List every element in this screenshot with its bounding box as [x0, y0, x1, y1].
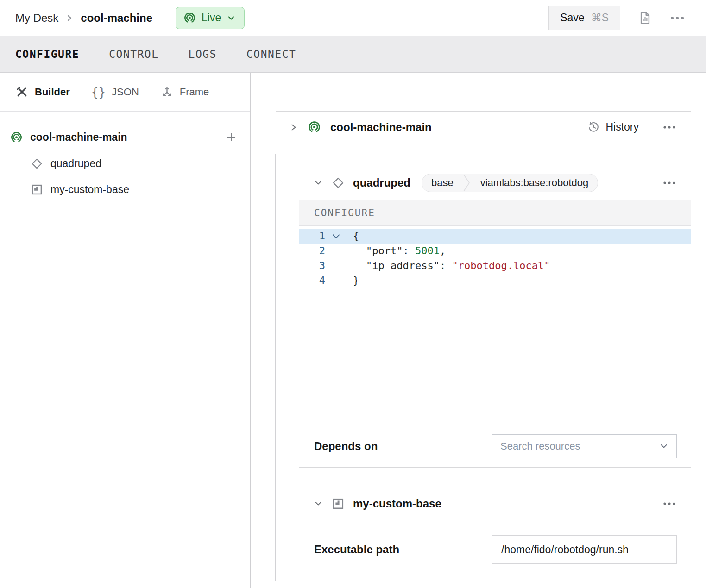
json-braces-icon: {}	[91, 85, 106, 99]
tab-configure[interactable]: CONFIGURE	[15, 48, 79, 60]
main-panel: cool-machine-main History	[251, 73, 706, 588]
module-icon	[31, 183, 43, 196]
live-signal-icon	[183, 12, 196, 24]
save-button-label: Save	[560, 12, 584, 24]
component-card-header: quadruped base viamlabs:base:robotdog	[299, 166, 691, 200]
part-expand-button[interactable]	[289, 121, 298, 133]
chevron-down-icon	[313, 178, 323, 188]
part-menu-button[interactable]	[661, 124, 678, 131]
breadcrumb-current: cool-machine	[81, 12, 152, 25]
executable-path-label: Executable path	[314, 543, 399, 556]
component-collapse-button[interactable]	[313, 178, 323, 188]
depends-on-select[interactable]: Search resources	[492, 434, 677, 458]
machine-part-live-icon	[308, 120, 321, 134]
view-toggle-json[interactable]: {} JSON	[91, 85, 139, 99]
save-button[interactable]: Save ⌘S	[548, 6, 620, 30]
chevron-right-icon	[289, 121, 298, 133]
resource-tree: cool-machine-main quadruped my-custo	[0, 112, 250, 202]
module-card-title: my-custom-base	[353, 497, 441, 510]
history-button-label: History	[605, 121, 639, 133]
component-type-badge: base	[422, 177, 463, 189]
builder-tools-icon	[15, 85, 29, 99]
component-menu-button[interactable]	[661, 179, 678, 187]
component-diamond-icon	[31, 157, 43, 170]
depends-on-placeholder: Search resources	[500, 440, 580, 452]
header-overflow-menu-button[interactable]	[670, 16, 685, 20]
ellipsis-icon	[663, 502, 676, 506]
machine-part-live-icon	[10, 131, 23, 144]
depends-on-row: Depends on Search resources	[299, 425, 691, 468]
live-badge-label: Live	[202, 12, 221, 24]
machine-part-card: cool-machine-main History	[276, 111, 691, 143]
plus-icon	[225, 131, 237, 143]
part-card-title: cool-machine-main	[330, 121, 432, 134]
json-config-editor[interactable]: 1{2"port": 5001,3"ip_address": "robotdog…	[299, 225, 691, 425]
save-shortcut: ⌘S	[591, 12, 609, 24]
history-icon	[587, 121, 600, 133]
component-model-badge: viamlabs:base:robotdog	[471, 177, 598, 189]
code-line-4[interactable]: 4}	[299, 273, 691, 288]
module-card-header: my-custom-base	[299, 484, 691, 523]
ellipsis-icon	[663, 125, 676, 129]
view-toggle-builder[interactable]: Builder	[15, 85, 70, 99]
frame-axes-icon	[160, 85, 174, 99]
tree-item-label: quadruped	[50, 157, 101, 170]
view-toggle: Builder {} JSON Frame	[0, 73, 250, 112]
code-line-2[interactable]: 2"port": 5001,	[299, 244, 691, 258]
metrics-report-button[interactable]	[638, 11, 652, 25]
badge-divider-chevron-icon	[463, 174, 471, 192]
module-collapse-button[interactable]	[313, 499, 323, 509]
breadcrumb: My Desk cool-machine	[15, 12, 152, 25]
executable-path-input[interactable]	[492, 535, 677, 564]
tab-logs[interactable]: LOGS	[189, 48, 217, 60]
chevron-down-icon	[659, 441, 669, 451]
chevron-down-icon	[313, 499, 323, 509]
component-card-quadruped: quadruped base viamlabs:base:robotdog CO…	[299, 166, 691, 468]
tab-connect[interactable]: CONNECT	[246, 48, 296, 60]
module-card-my-custom-base: my-custom-base Executable path	[299, 484, 691, 576]
view-toggle-json-label: JSON	[112, 86, 139, 98]
report-file-icon	[638, 11, 652, 25]
breadcrumb-chevron-icon	[66, 13, 73, 24]
component-diamond-icon	[332, 176, 345, 189]
top-header: My Desk cool-machine Live Save ⌘S	[0, 0, 706, 36]
module-icon	[332, 497, 345, 510]
machine-tabs: CONFIGURE CONTROL LOGS CONNECT	[0, 36, 706, 73]
code-line-1[interactable]: 1{	[299, 229, 691, 244]
view-toggle-frame-label: Frame	[180, 86, 209, 98]
tree-item-my-custom-base[interactable]: my-custom-base	[0, 176, 250, 202]
add-component-button[interactable]	[225, 131, 237, 143]
component-type-model-badge: base viamlabs:base:robotdog	[422, 174, 598, 192]
view-toggle-frame[interactable]: Frame	[160, 85, 209, 99]
tree-item-cool-machine-main[interactable]: cool-machine-main	[0, 124, 250, 150]
module-card-body: Executable path	[299, 523, 691, 576]
module-menu-button[interactable]	[661, 500, 678, 507]
ellipsis-icon	[670, 16, 685, 20]
code-line-3[interactable]: 3"ip_address": "robotdog.local"	[299, 258, 691, 273]
tree-item-label: my-custom-base	[50, 183, 129, 196]
sidebar: Builder {} JSON Frame	[0, 73, 251, 588]
tab-control[interactable]: CONTROL	[109, 48, 158, 60]
ellipsis-icon	[663, 181, 676, 185]
tree-connector-line	[275, 154, 276, 581]
chevron-down-icon	[227, 13, 236, 23]
machine-status-dropdown[interactable]: Live	[176, 7, 245, 29]
view-toggle-builder-label: Builder	[35, 86, 70, 98]
tree-item-label: cool-machine-main	[30, 131, 127, 144]
tree-item-quadruped[interactable]: quadruped	[0, 150, 250, 176]
breadcrumb-parent[interactable]: My Desk	[15, 12, 58, 25]
component-card-title: quadruped	[353, 176, 410, 189]
depends-on-label: Depends on	[314, 440, 378, 453]
history-button[interactable]: History	[587, 121, 639, 133]
configure-section-label: CONFIGURE	[299, 200, 691, 225]
